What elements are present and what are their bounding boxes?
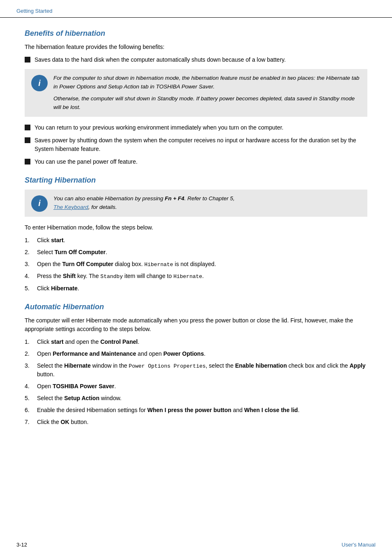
- benefits-bullet-list-2: You can return to your previous working …: [25, 123, 367, 166]
- info-box-1: i For the computer to shut down in hiber…: [25, 69, 367, 117]
- list-item: 4. Press the Shift key. The Standby item…: [25, 272, 367, 281]
- benefits-heading: Benefits of hibernation: [25, 29, 367, 38]
- benefits-intro: The hibernation feature provides the fol…: [25, 43, 367, 51]
- bullet-icon: [25, 57, 30, 63]
- bullet-text: You can return to your previous working …: [35, 123, 284, 132]
- list-item: 3. Open the Turn Off Computer dialog box…: [25, 260, 367, 269]
- bullet-icon: [25, 159, 30, 164]
- page-header: Getting Started: [0, 0, 392, 18]
- bullet-text: You can use the panel power off feature.: [35, 158, 138, 166]
- automatic-intro: The computer will enter Hibernate mode a…: [25, 316, 367, 334]
- keyboard-link[interactable]: The Keyboard: [53, 204, 88, 210]
- bullet-icon: [25, 125, 30, 130]
- automatic-heading: Automatic Hibernation: [25, 303, 367, 311]
- page-footer: 3-12 User's Manual: [16, 542, 376, 548]
- breadcrumb: Getting Started: [16, 8, 52, 14]
- list-item: 2. Select Turn Off Computer.: [25, 248, 367, 257]
- page-number: 3-12: [16, 542, 27, 548]
- list-item: 1. Click start.: [25, 236, 367, 245]
- list-item: Saves power by shutting down the system …: [25, 136, 367, 153]
- starting-intro: To enter Hibernation mode, follow the st…: [25, 223, 367, 232]
- bullet-text: Saves power by shutting down the system …: [35, 136, 367, 153]
- automatic-steps: 1. Click start and open the Control Pane…: [25, 338, 367, 427]
- list-item: 4. Open TOSHIBA Power Saver.: [25, 382, 367, 391]
- list-item: 7. Click the OK button.: [25, 418, 367, 426]
- main-content: Benefits of hibernation The hibernation …: [0, 18, 392, 456]
- info-starting-text: You can also enable Hibernation by press…: [53, 195, 235, 212]
- info-icon-2: i: [31, 195, 48, 212]
- list-item: 6. Enable the desired Hibernation settin…: [25, 406, 367, 415]
- info-box-2: i You can also enable Hibernation by pre…: [25, 190, 367, 217]
- info-para-1: For the computer to shut down in hiberna…: [53, 74, 361, 91]
- bullet-icon: [25, 137, 30, 143]
- info-box-text: For the computer to shut down in hiberna…: [53, 74, 361, 112]
- list-item: You can return to your previous working …: [25, 123, 367, 132]
- starting-steps: 1. Click start. 2. Select Turn Off Compu…: [25, 236, 367, 293]
- info-box-text-2: You can also enable Hibernation by press…: [53, 195, 235, 212]
- list-item: You can use the panel power off feature.: [25, 158, 367, 166]
- list-item: 3. Select the Hibernate window in the Po…: [25, 361, 367, 379]
- list-item: Saves data to the hard disk when the com…: [25, 56, 367, 64]
- manual-label: User's Manual: [341, 542, 376, 548]
- list-item: 5. Click Hibernate.: [25, 284, 367, 293]
- info-para-2: Otherwise, the computer will shut down i…: [53, 95, 361, 112]
- list-item: 2. Open Performance and Maintenance and …: [25, 350, 367, 358]
- info-icon: i: [31, 75, 48, 91]
- benefits-bullet-list: Saves data to the hard disk when the com…: [25, 56, 367, 64]
- list-item: 1. Click start and open the Control Pane…: [25, 338, 367, 346]
- page-container: Getting Started Benefits of hibernation …: [0, 0, 392, 556]
- starting-heading: Starting Hibernation: [25, 176, 367, 185]
- bullet-text: Saves data to the hard disk when the com…: [35, 56, 286, 64]
- list-item: 5. Select the Setup Action window.: [25, 394, 367, 403]
